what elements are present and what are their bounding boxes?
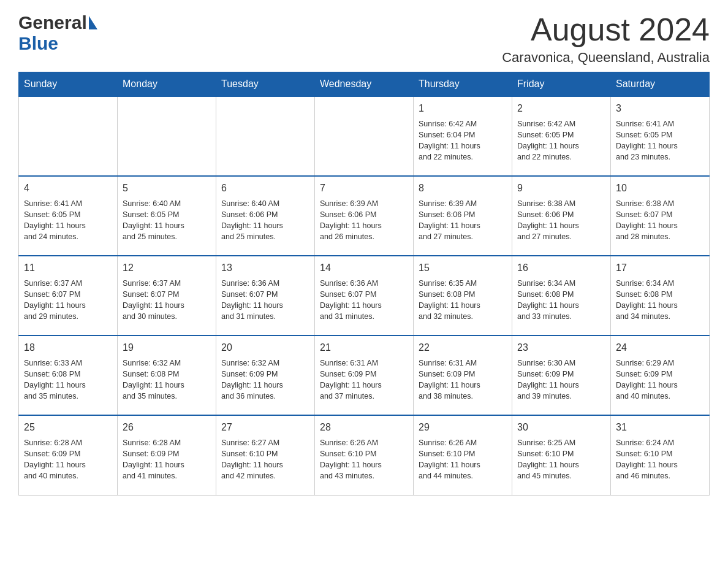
calendar-week-4: 18Sunrise: 6:33 AM Sunset: 6:08 PM Dayli… [19, 335, 710, 415]
calendar-cell: 29Sunrise: 6:26 AM Sunset: 6:10 PM Dayli… [414, 415, 512, 495]
col-wednesday: Wednesday [315, 72, 414, 97]
day-info: Sunrise: 6:40 AM Sunset: 6:05 PM Dayligh… [123, 198, 211, 243]
day-number: 23 [517, 341, 605, 354]
calendar-cell: 12Sunrise: 6:37 AM Sunset: 6:07 PM Dayli… [118, 256, 216, 335]
day-info: Sunrise: 6:32 AM Sunset: 6:08 PM Dayligh… [123, 358, 211, 402]
day-number: 5 [123, 182, 211, 195]
calendar-header-row: Sunday Monday Tuesday Wednesday Thursday… [19, 72, 710, 97]
day-info: Sunrise: 6:25 AM Sunset: 6:10 PM Dayligh… [517, 437, 605, 482]
page-header: General Blue August 2024 Caravonica, Que… [18, 12, 710, 66]
calendar-cell: 2Sunrise: 6:42 AM Sunset: 6:05 PM Daylig… [512, 96, 611, 176]
logo: General Blue [18, 12, 97, 54]
day-number: 25 [24, 421, 112, 434]
month-title: August 2024 [502, 12, 710, 47]
col-tuesday: Tuesday [216, 72, 315, 97]
calendar-week-3: 11Sunrise: 6:37 AM Sunset: 6:07 PM Dayli… [19, 256, 710, 335]
calendar-cell: 23Sunrise: 6:30 AM Sunset: 6:09 PM Dayli… [512, 335, 611, 415]
day-number: 2 [517, 102, 605, 115]
day-number: 31 [616, 421, 704, 434]
day-info: Sunrise: 6:33 AM Sunset: 6:08 PM Dayligh… [24, 358, 112, 402]
calendar-cell: 24Sunrise: 6:29 AM Sunset: 6:09 PM Dayli… [611, 335, 710, 415]
day-number: 9 [517, 182, 605, 195]
day-info: Sunrise: 6:28 AM Sunset: 6:09 PM Dayligh… [123, 437, 211, 482]
calendar-cell: 27Sunrise: 6:27 AM Sunset: 6:10 PM Dayli… [216, 415, 315, 495]
day-number: 29 [419, 421, 507, 434]
calendar-week-5: 25Sunrise: 6:28 AM Sunset: 6:09 PM Dayli… [19, 415, 710, 495]
calendar-cell: 30Sunrise: 6:25 AM Sunset: 6:10 PM Dayli… [512, 415, 611, 495]
day-info: Sunrise: 6:37 AM Sunset: 6:07 PM Dayligh… [24, 278, 112, 323]
calendar-cell: 18Sunrise: 6:33 AM Sunset: 6:08 PM Dayli… [19, 335, 118, 415]
day-info: Sunrise: 6:27 AM Sunset: 6:10 PM Dayligh… [221, 437, 309, 482]
day-number: 20 [221, 341, 309, 354]
day-info: Sunrise: 6:26 AM Sunset: 6:10 PM Dayligh… [419, 437, 507, 482]
location-text: Caravonica, Queensland, Australia [502, 50, 710, 66]
calendar-cell: 1Sunrise: 6:42 AM Sunset: 6:04 PM Daylig… [414, 96, 512, 176]
col-monday: Monday [118, 72, 216, 97]
day-number: 14 [320, 261, 408, 275]
day-number: 15 [419, 261, 507, 275]
calendar-cell: 9Sunrise: 6:38 AM Sunset: 6:06 PM Daylig… [512, 176, 611, 256]
day-number: 30 [517, 421, 605, 434]
day-info: Sunrise: 6:35 AM Sunset: 6:08 PM Dayligh… [419, 278, 507, 323]
logo-blue-text: Blue [18, 33, 58, 54]
day-info: Sunrise: 6:38 AM Sunset: 6:06 PM Dayligh… [517, 198, 605, 243]
calendar-cell: 15Sunrise: 6:35 AM Sunset: 6:08 PM Dayli… [414, 256, 512, 335]
day-info: Sunrise: 6:37 AM Sunset: 6:07 PM Dayligh… [123, 278, 211, 323]
calendar-cell: 13Sunrise: 6:36 AM Sunset: 6:07 PM Dayli… [216, 256, 315, 335]
day-number: 27 [221, 421, 309, 434]
day-info: Sunrise: 6:42 AM Sunset: 6:05 PM Dayligh… [517, 118, 605, 163]
calendar-cell: 6Sunrise: 6:40 AM Sunset: 6:06 PM Daylig… [216, 176, 315, 256]
day-info: Sunrise: 6:28 AM Sunset: 6:09 PM Dayligh… [24, 437, 112, 482]
day-info: Sunrise: 6:24 AM Sunset: 6:10 PM Dayligh… [616, 437, 704, 482]
calendar-cell: 19Sunrise: 6:32 AM Sunset: 6:08 PM Dayli… [118, 335, 216, 415]
day-number: 17 [616, 261, 704, 275]
day-number: 7 [320, 182, 408, 195]
day-number: 22 [419, 341, 507, 354]
day-info: Sunrise: 6:31 AM Sunset: 6:09 PM Dayligh… [320, 358, 408, 402]
col-sunday: Sunday [19, 72, 118, 97]
day-info: Sunrise: 6:41 AM Sunset: 6:05 PM Dayligh… [24, 198, 112, 243]
day-info: Sunrise: 6:40 AM Sunset: 6:06 PM Dayligh… [221, 198, 309, 243]
day-info: Sunrise: 6:36 AM Sunset: 6:07 PM Dayligh… [320, 278, 408, 323]
day-info: Sunrise: 6:32 AM Sunset: 6:09 PM Dayligh… [221, 358, 309, 402]
day-number: 21 [320, 341, 408, 354]
calendar-cell: 28Sunrise: 6:26 AM Sunset: 6:10 PM Dayli… [315, 415, 414, 495]
calendar-cell [216, 96, 315, 176]
calendar-cell: 11Sunrise: 6:37 AM Sunset: 6:07 PM Dayli… [19, 256, 118, 335]
day-number: 11 [24, 261, 112, 275]
calendar-cell: 8Sunrise: 6:39 AM Sunset: 6:06 PM Daylig… [414, 176, 512, 256]
day-info: Sunrise: 6:26 AM Sunset: 6:10 PM Dayligh… [320, 437, 408, 482]
day-number: 8 [419, 182, 507, 195]
day-info: Sunrise: 6:38 AM Sunset: 6:07 PM Dayligh… [616, 198, 704, 243]
col-thursday: Thursday [414, 72, 512, 97]
calendar-cell: 4Sunrise: 6:41 AM Sunset: 6:05 PM Daylig… [19, 176, 118, 256]
day-info: Sunrise: 6:31 AM Sunset: 6:09 PM Dayligh… [419, 358, 507, 402]
day-number: 16 [517, 261, 605, 275]
calendar-cell [19, 96, 118, 176]
day-info: Sunrise: 6:39 AM Sunset: 6:06 PM Dayligh… [320, 198, 408, 243]
day-info: Sunrise: 6:34 AM Sunset: 6:08 PM Dayligh… [616, 278, 704, 323]
day-info: Sunrise: 6:34 AM Sunset: 6:08 PM Dayligh… [517, 278, 605, 323]
day-number: 1 [419, 102, 507, 115]
calendar-cell: 10Sunrise: 6:38 AM Sunset: 6:07 PM Dayli… [611, 176, 710, 256]
day-number: 26 [123, 421, 211, 434]
calendar-cell: 25Sunrise: 6:28 AM Sunset: 6:09 PM Dayli… [19, 415, 118, 495]
day-number: 18 [24, 341, 112, 354]
calendar-cell: 20Sunrise: 6:32 AM Sunset: 6:09 PM Dayli… [216, 335, 315, 415]
calendar-cell [118, 96, 216, 176]
col-friday: Friday [512, 72, 611, 97]
day-info: Sunrise: 6:29 AM Sunset: 6:09 PM Dayligh… [616, 358, 704, 402]
calendar-cell: 17Sunrise: 6:34 AM Sunset: 6:08 PM Dayli… [611, 256, 710, 335]
calendar-table: Sunday Monday Tuesday Wednesday Thursday… [18, 72, 710, 496]
calendar-cell: 31Sunrise: 6:24 AM Sunset: 6:10 PM Dayli… [611, 415, 710, 495]
day-info: Sunrise: 6:41 AM Sunset: 6:05 PM Dayligh… [616, 118, 704, 163]
day-info: Sunrise: 6:42 AM Sunset: 6:04 PM Dayligh… [419, 118, 507, 163]
calendar-cell: 22Sunrise: 6:31 AM Sunset: 6:09 PM Dayli… [414, 335, 512, 415]
calendar-week-2: 4Sunrise: 6:41 AM Sunset: 6:05 PM Daylig… [19, 176, 710, 256]
day-number: 28 [320, 421, 408, 434]
day-number: 24 [616, 341, 704, 354]
calendar-cell: 3Sunrise: 6:41 AM Sunset: 6:05 PM Daylig… [611, 96, 710, 176]
day-number: 3 [616, 102, 704, 115]
title-section: August 2024 Caravonica, Queensland, Aust… [502, 12, 710, 66]
day-number: 10 [616, 182, 704, 195]
